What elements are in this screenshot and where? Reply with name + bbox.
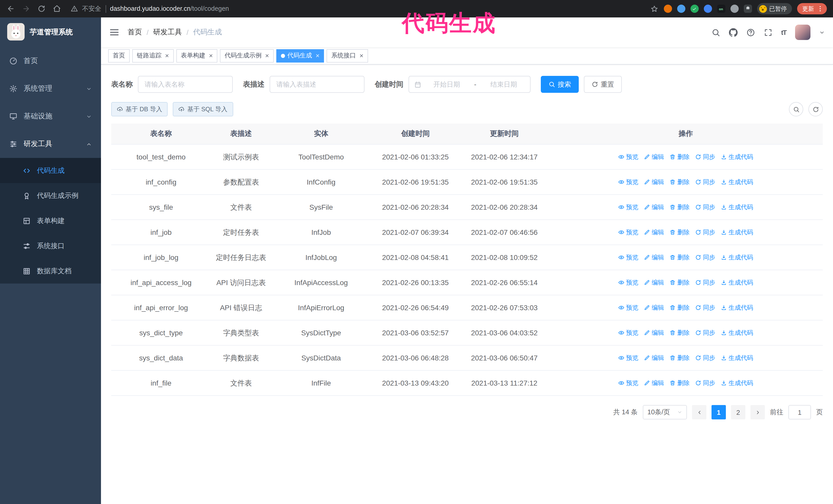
search-icon[interactable]	[711, 28, 720, 37]
font-size-icon[interactable]: tT	[781, 28, 786, 36]
caret-down-icon[interactable]	[819, 29, 825, 35]
breadcrumb-devtools[interactable]: 研发工具	[153, 28, 182, 37]
table-desc-input[interactable]	[270, 76, 364, 93]
tab-close-icon[interactable]: ×	[265, 52, 269, 59]
puzzle-icon[interactable]	[743, 5, 752, 13]
row-action-eye[interactable]: 预览	[618, 177, 639, 187]
hamburger-icon[interactable]	[109, 27, 119, 38]
row-action-eye[interactable]: 预览	[618, 278, 639, 288]
row-action-download[interactable]: 生成代码	[721, 202, 753, 212]
extension-icon[interactable]	[677, 5, 685, 13]
row-action-download[interactable]: 生成代码	[721, 328, 753, 338]
extension-icon[interactable]	[664, 5, 672, 13]
update-chip[interactable]: 更新	[797, 3, 827, 14]
row-action-sync[interactable]: 同步	[695, 378, 715, 388]
row-action-sync[interactable]: 同步	[695, 303, 715, 313]
fullscreen-icon[interactable]	[764, 28, 772, 37]
row-action-edit[interactable]: 编辑	[644, 303, 664, 313]
row-action-eye[interactable]: 预览	[618, 303, 639, 313]
next-page-button[interactable]	[751, 405, 765, 419]
extension-on-icon[interactable]: on	[717, 5, 725, 13]
row-action-trash[interactable]: 删除	[670, 378, 690, 388]
sidebar-item-home[interactable]: 首页	[0, 47, 101, 75]
github-icon[interactable]	[729, 28, 737, 37]
row-action-download[interactable]: 生成代码	[721, 278, 753, 288]
row-action-trash[interactable]: 删除	[670, 177, 690, 187]
prev-page-button[interactable]	[692, 405, 706, 419]
extension-check-icon[interactable]	[690, 5, 698, 13]
row-action-download[interactable]: 生成代码	[721, 177, 753, 187]
import-db-button[interactable]: 基于 DB 导入	[111, 102, 168, 116]
row-action-edit[interactable]: 编辑	[644, 353, 664, 363]
tab-表单构建[interactable]: 表单构建×	[176, 49, 217, 62]
sidebar-item-db-docs[interactable]: 数据库文档	[0, 258, 101, 284]
row-action-edit[interactable]: 编辑	[644, 177, 664, 187]
tab-链路追踪[interactable]: 链路追踪×	[132, 49, 173, 62]
sidebar-item-form-builder[interactable]: 表单构建	[0, 208, 101, 233]
row-action-trash[interactable]: 删除	[670, 303, 690, 313]
back-icon[interactable]	[6, 4, 15, 13]
row-action-edit[interactable]: 编辑	[644, 328, 664, 338]
kebab-menu-icon[interactable]	[816, 5, 824, 12]
row-action-download[interactable]: 生成代码	[721, 252, 753, 263]
sidebar-item-system[interactable]: 系统管理	[0, 75, 101, 102]
row-action-download[interactable]: 生成代码	[721, 227, 753, 237]
bookmark-star-icon[interactable]	[650, 4, 659, 13]
reload-icon[interactable]	[37, 4, 46, 13]
row-action-edit[interactable]: 编辑	[644, 202, 664, 212]
row-action-sync[interactable]: 同步	[695, 353, 715, 363]
row-action-sync[interactable]: 同步	[695, 252, 715, 263]
breadcrumb-home[interactable]: 首页	[128, 28, 142, 37]
app-logo[interactable]: 芋道管理系统	[0, 18, 101, 47]
row-action-sync[interactable]: 同步	[695, 202, 715, 212]
row-action-download[interactable]: 生成代码	[721, 353, 753, 363]
page-size-select[interactable]: 10条/页	[643, 405, 687, 419]
tab-close-icon[interactable]: ×	[316, 52, 319, 59]
row-action-trash[interactable]: 删除	[670, 227, 690, 237]
row-action-trash[interactable]: 删除	[670, 328, 690, 338]
row-action-trash[interactable]: 删除	[670, 152, 690, 162]
tab-代码生成示例[interactable]: 代码生成示例×	[220, 49, 273, 62]
sidebar-item-system-api[interactable]: 系统接口	[0, 233, 101, 258]
row-action-sync[interactable]: 同步	[695, 278, 715, 288]
search-button[interactable]: 搜索	[541, 76, 579, 93]
row-action-sync[interactable]: 同步	[695, 227, 715, 237]
row-action-eye[interactable]: 预览	[618, 202, 639, 212]
row-action-eye[interactable]: 预览	[618, 378, 639, 388]
page-button-1[interactable]: 1	[712, 405, 726, 419]
extension-icon[interactable]	[730, 5, 738, 13]
tab-close-icon[interactable]: ×	[165, 52, 169, 59]
tab-close-icon[interactable]: ×	[360, 52, 363, 59]
home-icon[interactable]	[52, 4, 61, 13]
tab-首页[interactable]: 首页	[108, 49, 130, 62]
table-name-input[interactable]	[138, 76, 233, 93]
refresh-table-button[interactable]	[808, 102, 823, 116]
toggle-search-button[interactable]	[789, 102, 803, 116]
row-action-download[interactable]: 生成代码	[721, 378, 753, 388]
row-action-eye[interactable]: 预览	[618, 227, 639, 237]
row-action-download[interactable]: 生成代码	[721, 152, 753, 162]
reset-button[interactable]: 重置	[584, 76, 622, 93]
sidebar-item-codegen-example[interactable]: 代码生成示例	[0, 183, 101, 208]
sidebar-item-codegen[interactable]: 代码生成	[0, 158, 101, 183]
row-action-trash[interactable]: 删除	[670, 202, 690, 212]
row-action-edit[interactable]: 编辑	[644, 152, 664, 162]
date-range-picker[interactable]: 开始日期 - 结束日期	[408, 76, 530, 93]
row-action-eye[interactable]: 预览	[618, 353, 639, 363]
import-sql-button[interactable]: 基于 SQL 导入	[173, 102, 233, 116]
row-action-eye[interactable]: 预览	[618, 152, 639, 162]
row-action-edit[interactable]: 编辑	[644, 278, 664, 288]
tab-代码生成[interactable]: 代码生成×	[276, 49, 324, 62]
row-action-trash[interactable]: 删除	[670, 278, 690, 288]
help-icon[interactable]	[746, 28, 755, 37]
row-action-sync[interactable]: 同步	[695, 328, 715, 338]
tab-close-icon[interactable]: ×	[209, 52, 213, 59]
page-button-2[interactable]: 2	[731, 405, 745, 419]
row-action-sync[interactable]: 同步	[695, 152, 715, 162]
paused-chip[interactable]: 已暂停	[757, 3, 792, 14]
row-action-edit[interactable]: 编辑	[644, 227, 664, 237]
row-action-edit[interactable]: 编辑	[644, 252, 664, 263]
tab-系统接口[interactable]: 系统接口×	[327, 49, 368, 62]
sidebar-item-devtools[interactable]: 研发工具	[0, 130, 101, 158]
row-action-trash[interactable]: 删除	[670, 353, 690, 363]
